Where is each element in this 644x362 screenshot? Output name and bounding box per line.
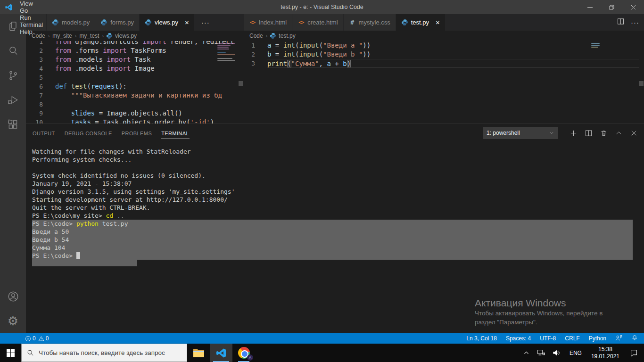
status-bar: 0 0 Ln 3, Col 18 Spaces: 4 UTF-8 CRLF Py… [0, 333, 644, 344]
account-icon[interactable] [0, 284, 26, 309]
start-button[interactable] [0, 344, 21, 362]
date: 19.01.2021 [591, 353, 619, 360]
tab-mystyle.css[interactable]: #mystyle.css [344, 14, 396, 31]
menu-terminal[interactable]: Terminal [16, 21, 49, 28]
line-number: 2 [244, 50, 255, 59]
errors-count: 0 [33, 335, 36, 342]
maximize-panel-chevron-icon[interactable] [615, 130, 622, 137]
tab-index.html[interactable]: <>index.html [244, 14, 292, 31]
scrollbar-left[interactable] [239, 81, 243, 86]
minimap-left[interactable] [217, 43, 236, 61]
split-terminal-icon[interactable] [585, 130, 592, 137]
settings-gear-icon[interactable]: ⚙ [0, 309, 26, 333]
tab-label: views.py [155, 19, 178, 26]
scrollbar-right[interactable] [639, 81, 644, 86]
chevron-down-icon [549, 130, 554, 136]
code-line: 10 tasks = Task.objects.order_by('-id') [26, 118, 244, 123]
tab-models.py[interactable]: models.py [47, 14, 95, 31]
breadcrumb-item[interactable]: Code [249, 33, 264, 39]
feedback-icon[interactable] [615, 335, 622, 343]
menu-go[interactable]: Go [16, 7, 49, 14]
encoding[interactable]: UTF-8 [540, 335, 556, 342]
breadcrumb-separator: › [75, 33, 77, 39]
file-explorer-taskbar-icon[interactable] [187, 344, 210, 362]
menu-run[interactable]: Run [16, 14, 49, 21]
editor-views-py[interactable]: 1from django.shortcuts import render, re… [26, 41, 244, 123]
panel-header: OUTPUT DEBUG CONSOLE PROBLEMS TERMINAL 1… [26, 124, 644, 142]
chrome-taskbar-icon[interactable]: A [232, 344, 255, 362]
close-window-button[interactable] [622, 0, 644, 14]
language-indicator[interactable]: ENG [564, 350, 587, 356]
volume-icon[interactable] [549, 349, 564, 356]
window-controls [579, 0, 644, 14]
code-line: 9 slides = Image.objects.all() [26, 109, 244, 118]
tab-terminal[interactable]: TERMINAL [161, 127, 190, 139]
tab-debug-console[interactable]: DEBUG CONSOLE [64, 127, 113, 139]
code-line: 2from .forms import TaskForms [26, 46, 244, 55]
terminal-line: January 19, 2021 - 15:38:07 [32, 180, 644, 188]
code-line: 3from .models import Task [26, 55, 244, 64]
line-number: 9 [26, 109, 43, 118]
indentation[interactable]: Spaces: 4 [506, 335, 531, 342]
menu-help[interactable]: Help [16, 28, 49, 35]
minimap-right[interactable] [591, 43, 604, 48]
line-number: 3 [26, 55, 43, 64]
breadcrumb-item[interactable]: my_site [52, 33, 72, 39]
code-line: 6def test(request): [26, 82, 244, 91]
close-tab-icon[interactable]: × [436, 19, 440, 26]
breadcrumb-item[interactable]: views.py [115, 33, 137, 39]
split-editor-icon[interactable] [617, 18, 624, 27]
tab-label: mystyle.css [359, 19, 390, 26]
line-number: 6 [26, 82, 43, 91]
new-terminal-icon[interactable] [570, 130, 577, 137]
terminal-line: Django version 3.1.5, using settings 'my… [32, 188, 644, 196]
clock[interactable]: 15:38 19.01.2021 [587, 346, 624, 360]
breadcrumb-item[interactable]: test.py [278, 33, 296, 39]
problems-status[interactable]: 0 0 [0, 335, 49, 342]
tab-views.py[interactable]: views.py× [140, 14, 195, 31]
network-icon[interactable] [533, 349, 549, 356]
tab-label: test.py [411, 19, 429, 26]
extensions-icon[interactable] [0, 112, 26, 137]
vscode-taskbar-icon[interactable] [210, 344, 232, 362]
tab-forms.py[interactable]: forms.py [95, 14, 140, 31]
terminal-shell-select[interactable]: 1: powershell [483, 127, 558, 139]
terminal-line: Watching for file changes with StatReloa… [32, 148, 644, 156]
tray-chevron-up-icon[interactable] [520, 350, 533, 356]
language-mode[interactable]: Python [589, 335, 606, 342]
minimize-button[interactable] [579, 0, 601, 14]
source-control-icon[interactable] [0, 63, 26, 88]
editor-test-py[interactable]: 1a = int(input("Введи a "))2b = int(inpu… [244, 41, 644, 123]
menu-view[interactable]: View [16, 0, 49, 7]
breadcrumb-right[interactable]: Code›test.py [244, 31, 644, 41]
cursor-position[interactable]: Ln 3, Col 18 [466, 335, 497, 342]
kill-terminal-trash-icon[interactable] [600, 130, 607, 137]
vscode-window: FileEditSelectionViewGoRunTerminalHelp t… [0, 0, 644, 362]
code-line: 8 [26, 100, 244, 109]
breadcrumb-item[interactable]: my_test [79, 33, 99, 39]
search-icon[interactable] [0, 39, 26, 63]
eol-sequence[interactable]: CRLF [565, 335, 579, 342]
notifications-bell-icon[interactable] [631, 335, 638, 343]
close-panel-icon[interactable] [630, 130, 637, 137]
tab-create.html[interactable]: <>create.html [292, 14, 343, 31]
terminal-line: Введи b 54 [32, 236, 633, 244]
breadcrumb-left[interactable]: Code›my_site›my_test›views.py [26, 31, 244, 41]
tab-problems[interactable]: PROBLEMS [121, 127, 152, 139]
run-and-debug-icon[interactable] [0, 88, 26, 112]
line-number: 1 [26, 41, 43, 46]
restore-button[interactable] [601, 0, 622, 14]
taskbar-search-box[interactable]: Чтобы начать поиск, введите здесь запрос [21, 344, 187, 362]
terminal-line: PS E:\code> python test.py [32, 220, 633, 228]
line-number: 4 [26, 64, 43, 73]
terminal-line: Starting development server at http://12… [32, 196, 644, 204]
warnings-count: 0 [46, 335, 49, 342]
more-actions-icon[interactable]: ··· [201, 18, 210, 26]
tab-bar-right: <>index.html<>create.html#mystyle.csstes… [244, 14, 644, 31]
vscode-logo-icon [5, 3, 13, 11]
tab-output[interactable]: OUTPUT [32, 127, 56, 139]
tab-test.py[interactable]: test.py× [396, 14, 446, 31]
more-actions-icon[interactable]: ··· [631, 18, 639, 26]
action-center-icon[interactable] [624, 349, 644, 357]
close-tab-icon[interactable]: × [185, 19, 189, 26]
